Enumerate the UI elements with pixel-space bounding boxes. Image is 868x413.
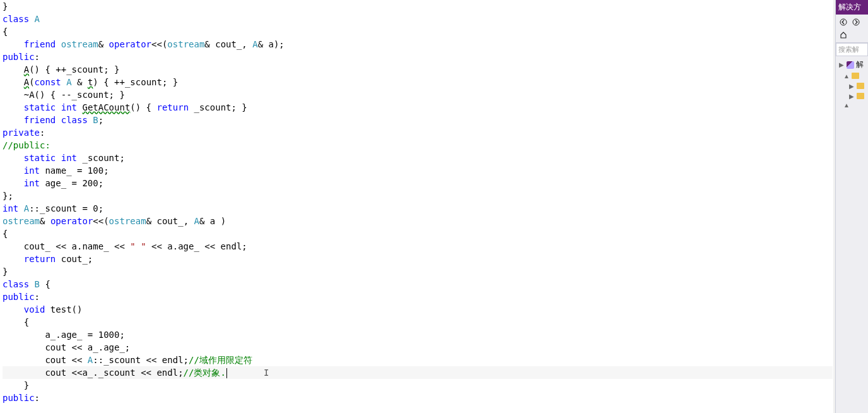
code-line[interactable]: //public: [3,139,833,152]
code-line[interactable]: class A [3,13,833,25]
code-line[interactable]: A(const A & t) { ++_scount; } [3,76,833,88]
code-line[interactable]: public: [3,392,833,404]
tree-item[interactable]: ▲ [837,101,867,109]
code-line[interactable]: cout <<a_._scount << endl;//类对象.I [3,366,833,379]
tree-expand-icon[interactable]: ▲ [843,73,850,80]
solution-explorer-title: 解决方 [836,0,868,15]
svg-point-1 [853,19,859,25]
code-line[interactable]: ostream& operator<<(ostream& cout_, A& a… [3,215,833,227]
code-line[interactable]: { [3,227,833,240]
code-line[interactable]: private: [3,126,833,139]
tree-item[interactable]: ▲ [837,71,867,81]
tree-item[interactable]: ▶ [837,91,867,101]
code-editor[interactable]: }class A{ friend ostream& operator<<(ost… [0,0,835,413]
main-layout: }class A{ friend ostream& operator<<(ost… [0,0,868,413]
code-line[interactable]: cout << a_.age_; [3,341,833,354]
solution-explorer-panel: 解决方 搜索解 ▶解▲▶▶▲ [835,0,868,413]
code-line[interactable]: return cout_; [3,253,833,265]
sln-icon [846,61,855,69]
folder-icon [856,81,865,90]
solution-explorer-search[interactable]: 搜索解 [836,43,868,56]
editor-scrollbar[interactable] [833,0,835,413]
code-line[interactable]: public: [3,290,833,303]
tree-expand-icon[interactable]: ▶ [838,61,845,68]
code-line[interactable]: { [3,25,833,38]
tree-item-label: 解 [856,59,864,70]
tree-item[interactable]: ▶解 [837,59,867,71]
ibeam-cursor-icon: I [264,366,269,379]
forward-icon[interactable] [850,16,862,28]
svg-point-0 [840,19,847,25]
code-line[interactable]: } [3,0,833,13]
back-icon[interactable] [838,16,849,28]
code-content[interactable]: }class A{ friend ostream& operator<<(ost… [0,0,835,404]
text-cursor [226,368,227,378]
code-line[interactable]: friend ostream& operator<<(ostream& cout… [3,38,833,51]
code-line[interactable]: void test() [3,303,833,316]
code-line[interactable]: public: [3,51,833,63]
home-icon[interactable] [838,29,849,40]
code-line[interactable]: int name_ = 100; [3,164,833,177]
code-line[interactable]: int age_ = 200; [3,177,833,189]
tree-item[interactable]: ▶ [837,81,867,91]
tree-expand-icon[interactable]: ▶ [848,83,855,90]
code-line[interactable]: cout_ << a.name_ << " " << a.age_ << end… [3,240,833,253]
code-line[interactable]: friend class B; [3,114,833,126]
code-line[interactable]: static int GetACount() { return _scount;… [3,101,833,114]
folder-icon [856,92,865,100]
code-line[interactable]: } [3,265,833,278]
solution-explorer-toolbar [836,15,868,43]
tree-expand-icon[interactable]: ▲ [843,102,850,109]
folder-icon [851,71,860,80]
tree-expand-icon[interactable]: ▶ [848,93,855,100]
code-line[interactable]: int A::_scount = 0; [3,202,833,215]
code-line[interactable]: { [3,316,833,328]
code-line[interactable]: cout << A::_scount << endl;//域作用限定符 [3,354,833,366]
code-line[interactable]: A() { ++_scount; } [3,63,833,76]
code-line[interactable]: class B { [3,278,833,290]
code-line[interactable]: } [3,379,833,392]
code-line[interactable]: ~A() { --_scount; } [3,88,833,101]
solution-tree[interactable]: ▶解▲▶▶▲ [836,56,868,413]
code-line[interactable]: }; [3,189,833,202]
code-line[interactable]: static int _scount; [3,152,833,164]
code-line[interactable]: a_.age_ = 1000; [3,328,833,341]
